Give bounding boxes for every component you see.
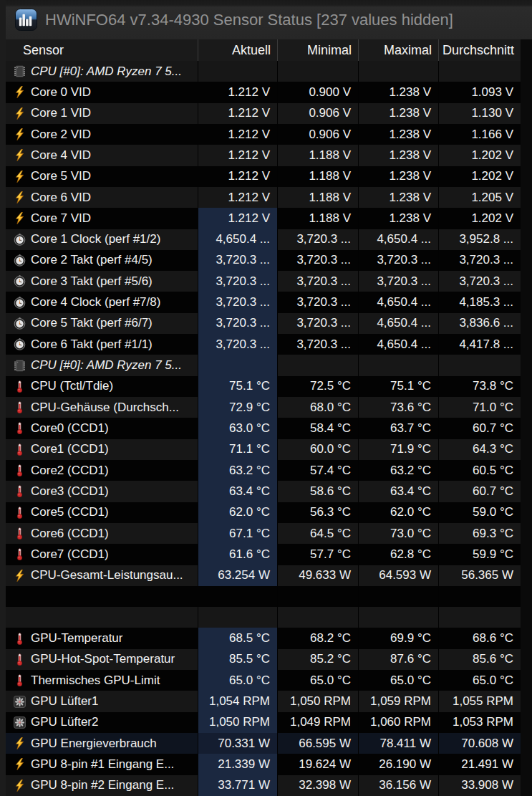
thermometer-icon xyxy=(14,443,26,456)
minimal-value: 68.0 °C xyxy=(277,397,358,418)
maximal-value: 65.0 °C xyxy=(358,670,438,691)
clock-icon xyxy=(14,254,26,267)
column-header-current[interactable]: Aktuell xyxy=(198,39,277,61)
current-value: 1.212 V xyxy=(198,82,277,102)
column-header-average[interactable]: Durchschnitt xyxy=(438,39,521,61)
sensor-row[interactable]: Core7 (CCD1)61.6 °C57.7 °C62.8 °C59.9 °C xyxy=(6,544,521,565)
sensor-row[interactable]: GPU-Temperatur68.5 °C68.2 °C69.9 °C68.6 … xyxy=(6,628,521,648)
group-header-row[interactable]: CPU [#0]: AMD Ryzen 7 5... xyxy=(6,355,521,375)
sensor-row[interactable]: GPU Energieverbrauch70.331 W66.595 W78.4… xyxy=(6,733,521,754)
average-value: 1.202 V xyxy=(438,166,521,187)
lightning-icon xyxy=(14,128,26,140)
sensor-row[interactable]: Core1 (CCD1)71.1 °C60.0 °C71.9 °C64.3 °C xyxy=(6,439,521,460)
sensor-cell: GPU-Hot-Spot-Temperatur xyxy=(6,649,198,670)
sensor-cell: Core 3 Takt (perf #5/6) xyxy=(6,271,198,292)
sensor-cell: Core 5 VID xyxy=(6,166,198,187)
sensor-row[interactable]: Core 3 Takt (perf #5/6)3,720.3 ...3,720.… xyxy=(6,271,521,292)
lightning-icon xyxy=(14,149,26,161)
sensor-row[interactable]: Core 1 Clock (perf #1/2)4,650.4 ...3,720… xyxy=(6,229,521,250)
sensor-cell: Core3 (CCD1) xyxy=(6,481,198,502)
empty-row[interactable] xyxy=(6,607,521,628)
minimal-value: 68.2 °C xyxy=(277,628,358,648)
sensor-row[interactable]: GPU 8-pin #2 Eingang E...33.771 W32.398 … xyxy=(6,775,521,796)
current-value: 1.212 V xyxy=(198,166,277,187)
minimal-value: 65.0 °C xyxy=(277,670,358,691)
clock-icon xyxy=(14,275,26,287)
maximal-value: 78.411 W xyxy=(358,733,438,754)
hwinfo-app-icon[interactable] xyxy=(15,9,37,31)
fan-icon xyxy=(14,696,26,708)
thermometer-icon xyxy=(14,464,26,476)
vertical-scrollbar[interactable] xyxy=(521,39,532,796)
average-value xyxy=(438,586,521,607)
empty-row[interactable] xyxy=(6,586,521,607)
minimal-value xyxy=(277,355,358,375)
sensor-label: GPU-Temperatur xyxy=(31,631,122,646)
average-value: 4,185.3 ... xyxy=(438,292,521,312)
maximal-value: 62.0 °C xyxy=(358,502,438,523)
sensor-row[interactable]: Thermisches GPU-Limit65.0 °C65.0 °C65.0 … xyxy=(6,670,521,691)
sensor-cell: CPU [#0]: AMD Ryzen 7 5... xyxy=(6,61,198,82)
average-value: 3,720.3 ... xyxy=(438,271,521,292)
group-header-row[interactable]: CPU [#0]: AMD Ryzen 7 5... xyxy=(6,61,521,82)
sensor-row[interactable]: Core 0 VID1.212 V0.900 V1.238 V1.093 V xyxy=(6,82,521,102)
sensor-row[interactable]: GPU Lüfter11,054 RPM1,050 RPM1,059 RPM1,… xyxy=(6,691,521,711)
sensor-row[interactable]: Core3 (CCD1)63.4 °C58.6 °C63.4 °C60.7 °C xyxy=(6,481,521,502)
sensor-row[interactable]: Core 6 VID1.212 V1.188 V1.238 V1.205 V xyxy=(6,187,521,208)
maximal-value: 36.156 W xyxy=(358,775,438,796)
minimal-value: 3,720.3 ... xyxy=(277,313,358,334)
minimal-value: 57.4 °C xyxy=(277,460,358,481)
column-header-sensor[interactable]: Sensor xyxy=(6,39,198,61)
sensor-row[interactable]: Core 5 VID1.212 V1.188 V1.238 V1.202 V xyxy=(6,166,521,187)
average-value: 3,720.3 ... xyxy=(438,250,521,271)
sensor-label: Core 0 VID xyxy=(31,85,91,100)
maximal-value xyxy=(358,355,438,375)
sensor-row[interactable]: GPU-Hot-Spot-Temperatur85.5 °C85.2 °C87.… xyxy=(6,649,521,670)
sensor-row[interactable]: GPU 8-pin #1 Eingang E...21.339 W19.624 … xyxy=(6,754,521,775)
average-value: 85.6 °C xyxy=(438,649,521,670)
clock-icon xyxy=(14,297,26,309)
current-value: 1.212 V xyxy=(198,145,277,166)
current-value: 1.212 V xyxy=(198,208,277,229)
sensor-row[interactable]: Core 6 Takt (perf #1/1)3,720.3 ...3,720.… xyxy=(6,334,521,355)
sensor-row[interactable]: CPU-Gesamt-Leistungsau...63.254 W49.633 … xyxy=(6,565,521,586)
average-value: 70.608 W xyxy=(438,733,521,754)
sensor-row[interactable]: Core0 (CCD1)63.0 °C58.4 °C63.7 °C60.7 °C xyxy=(6,418,521,438)
sensor-row[interactable]: CPU-Gehäuse (Durchsch...72.9 °C68.0 °C73… xyxy=(6,397,521,418)
sensor-row[interactable]: Core 2 VID1.212 V0.906 V1.238 V1.166 V xyxy=(6,124,521,145)
sensor-label: CPU (Tctl/Tdie) xyxy=(31,379,113,393)
sensor-row[interactable]: GPU Lüfter21,050 RPM1,049 RPM1,060 RPM1,… xyxy=(6,712,521,733)
minimal-value: 1.188 V xyxy=(277,166,358,187)
minimal-value: 72.5 °C xyxy=(277,376,358,397)
sensor-cell: Core 5 Takt (perf #6/7) xyxy=(6,313,198,334)
minimal-value: 56.3 °C xyxy=(277,502,358,523)
lightning-icon xyxy=(14,212,26,224)
thermometer-icon xyxy=(14,422,26,434)
sensor-row[interactable]: Core 7 VID1.212 V1.188 V1.238 V1.202 V xyxy=(6,208,521,229)
thermometer-icon xyxy=(14,548,26,560)
lightning-icon xyxy=(14,737,26,749)
average-value: 68.6 °C xyxy=(438,628,521,648)
thermometer-icon xyxy=(14,401,26,413)
sensor-row[interactable]: Core 4 Clock (perf #7/8)3,720.3 ...3,720… xyxy=(6,292,521,312)
sensor-cell: CPU (Tctl/Tdie) xyxy=(6,376,198,397)
sensor-row[interactable]: Core 4 VID1.212 V1.188 V1.238 V1.202 V xyxy=(6,145,521,166)
sensor-label: GPU 8-pin #1 Eingang E... xyxy=(31,757,174,772)
sensor-row[interactable]: Core 5 Takt (perf #6/7)3,720.3 ...3,720.… xyxy=(6,313,521,334)
maximal-value: 1.238 V xyxy=(358,187,438,208)
sensor-row[interactable]: Core 2 Takt (perf #4/5)3,720.3 ...3,720.… xyxy=(6,250,521,271)
average-value: 59.9 °C xyxy=(438,544,521,565)
column-header-maximal[interactable]: Maximal xyxy=(358,39,438,61)
average-value: 71.0 °C xyxy=(438,397,521,418)
sensor-row[interactable]: Core2 (CCD1)63.2 °C57.4 °C63.2 °C60.5 °C xyxy=(6,460,521,481)
title-bar[interactable]: HWiNFO64 v7.34-4930 Sensor Status [237 v… xyxy=(6,0,532,39)
sensor-row[interactable]: Core5 (CCD1)62.0 °C56.3 °C62.0 °C59.0 °C xyxy=(6,502,521,523)
minimal-value: 1,049 RPM xyxy=(277,712,358,733)
sensor-row[interactable]: Core6 (CCD1)67.1 °C64.5 °C73.0 °C69.3 °C xyxy=(6,523,521,544)
current-value: 1.212 V xyxy=(198,124,277,145)
column-header-minimal[interactable]: Minimal xyxy=(277,39,358,61)
sensor-row[interactable]: Core 1 VID1.212 V0.906 V1.238 V1.130 V xyxy=(6,103,521,124)
average-value: 21.491 W xyxy=(438,754,521,775)
sensor-row[interactable]: CPU (Tctl/Tdie)75.1 °C72.5 °C75.1 °C73.8… xyxy=(6,376,521,397)
sensor-label: CPU-Gesamt-Leistungsau... xyxy=(31,568,183,582)
